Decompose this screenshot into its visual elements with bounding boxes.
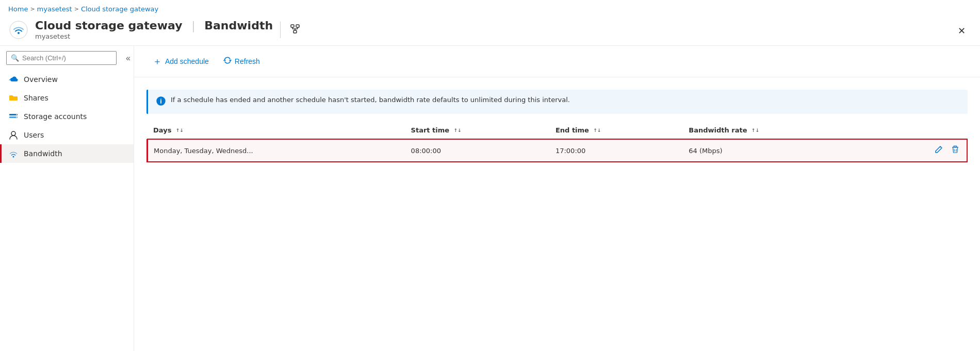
search-box[interactable]: 🔍 (6, 51, 117, 65)
page-title: Cloud storage gateway | Bandwidth (35, 19, 273, 32)
svg-point-13 (13, 156, 14, 158)
refresh-icon (223, 56, 232, 66)
sidebar-item-storage-accounts[interactable]: Storage accounts (0, 107, 134, 126)
header-title-group: Cloud storage gateway | Bandwidth myaset… (35, 19, 273, 40)
search-icon: 🔍 (11, 54, 19, 62)
info-banner-text: If a schedule has ended and another sche… (171, 96, 570, 104)
table-header-row: Days ↑↓ Start time ↑↓ End time ↑↓ (147, 122, 968, 139)
add-schedule-button[interactable]: ＋ Add schedule (146, 52, 215, 71)
svg-point-16 (160, 99, 161, 100)
sort-arrows-bandwidth-rate: ↑↓ (752, 128, 759, 133)
diagram-icon[interactable] (288, 22, 302, 38)
sort-arrows-end-time: ↑↓ (593, 128, 601, 133)
sort-arrows-start-time: ↑↓ (454, 128, 462, 133)
content-area: ＋ Add schedule Refresh (134, 46, 980, 351)
sidebar-item-bandwidth-label: Bandwidth (24, 149, 62, 158)
page-subtitle: myasetest (35, 32, 273, 40)
svg-line-19 (954, 149, 955, 152)
sidebar-item-shares-label: Shares (24, 94, 48, 102)
sidebar-item-overview-label: Overview (24, 75, 58, 83)
main-layout: 🔍 « Overview (0, 46, 980, 351)
cloud-icon (8, 74, 19, 85)
svg-rect-18 (952, 147, 958, 148)
page-header: Cloud storage gateway | Bandwidth myaset… (0, 16, 980, 46)
header-divider (280, 22, 281, 38)
refresh-button[interactable]: Refresh (217, 53, 266, 70)
svg-rect-2 (296, 25, 299, 27)
sidebar-item-shares[interactable]: Shares (0, 89, 134, 107)
svg-line-20 (956, 149, 957, 152)
svg-point-12 (11, 131, 15, 136)
search-input[interactable] (22, 54, 112, 62)
cell-days: Monday, Tuesday, Wednesd... (147, 139, 405, 162)
close-button[interactable]: ✕ (954, 23, 970, 39)
breadcrumb: Home > myasetest > Cloud storage gateway (0, 0, 980, 16)
toolbar: ＋ Add schedule Refresh (134, 46, 980, 77)
info-icon (156, 96, 166, 108)
svg-point-11 (16, 117, 17, 118)
info-banner: If a schedule has ended and another sche… (146, 90, 968, 114)
collapse-sidebar-button[interactable]: « (123, 53, 134, 64)
breadcrumb-sep-1: > (30, 6, 35, 12)
cell-bandwidth-rate: 64 (Mbps) (682, 139, 873, 162)
svg-rect-17 (954, 146, 957, 147)
sort-arrows-days: ↑↓ (176, 128, 184, 133)
cell-actions (873, 139, 968, 162)
breadcrumb-cloud-storage-gateway[interactable]: Cloud storage gateway (81, 5, 158, 13)
sidebar-item-storage-accounts-label: Storage accounts (24, 112, 87, 121)
sidebar-item-overview[interactable]: Overview (0, 70, 134, 89)
wifi-icon (8, 148, 19, 159)
cell-start-time: 08:00:00 (405, 139, 549, 162)
table-row[interactable]: Monday, Tuesday, Wednesd...08:00:0017:00… (147, 139, 968, 162)
storage-icon (8, 111, 19, 122)
sidebar-item-bandwidth[interactable]: Bandwidth (0, 144, 134, 163)
sidebar-item-users-label: Users (24, 131, 44, 139)
breadcrumb-home[interactable]: Home (8, 5, 28, 13)
user-icon (8, 130, 19, 140)
col-actions (873, 122, 968, 139)
svg-rect-3 (293, 30, 297, 33)
edit-button[interactable] (933, 144, 945, 157)
svg-point-10 (16, 114, 17, 115)
sidebar: 🔍 « Overview (0, 46, 134, 351)
col-start-time[interactable]: Start time ↑↓ (405, 122, 549, 139)
col-bandwidth-rate[interactable]: Bandwidth rate ↑↓ (682, 122, 873, 139)
cell-end-time: 17:00:00 (549, 139, 682, 162)
header-wifi-icon (8, 20, 29, 40)
delete-button[interactable] (949, 144, 961, 157)
col-days[interactable]: Days ↑↓ (147, 122, 405, 139)
col-end-time[interactable]: End time ↑↓ (549, 122, 682, 139)
svg-rect-1 (291, 25, 294, 27)
sidebar-item-users[interactable]: Users (0, 126, 134, 144)
breadcrumb-sep-2: > (74, 6, 79, 12)
plus-icon: ＋ (153, 55, 162, 68)
breadcrumb-myasetest[interactable]: myasetest (37, 5, 72, 13)
folder-icon (8, 93, 19, 103)
bandwidth-table: Days ↑↓ Start time ↑↓ End time ↑↓ (146, 122, 968, 162)
bandwidth-table-container: Days ↑↓ Start time ↑↓ End time ↑↓ (146, 122, 968, 162)
